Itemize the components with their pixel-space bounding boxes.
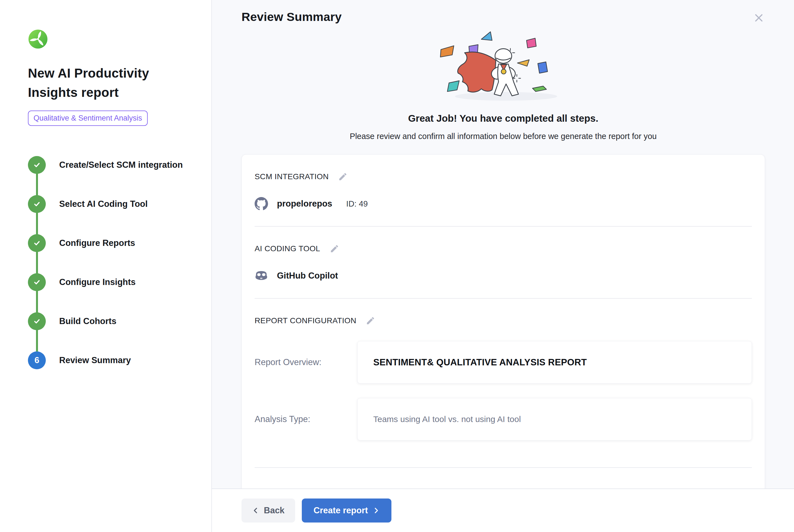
step-select-ai-coding-tool[interactable]: Select AI Coding Tool <box>28 195 194 213</box>
ai-tool-name: GitHub Copilot <box>277 271 338 281</box>
step-complete-check-icon <box>28 273 46 291</box>
back-button[interactable]: Back <box>242 498 295 522</box>
analysis-type-value: Teams using AI tool vs. not using AI too… <box>373 415 521 424</box>
create-report-button[interactable]: Create report <box>302 498 392 522</box>
celebration-illustration <box>428 28 579 107</box>
step-review-summary[interactable]: 6 Review Summary <box>28 352 194 369</box>
step-build-cohorts[interactable]: Build Cohorts <box>28 312 194 330</box>
ai-tool-section-label: AI CODING TOOL <box>254 244 320 253</box>
chevron-left-icon <box>252 507 259 514</box>
close-icon[interactable] <box>751 10 767 26</box>
report-config-section-label: REPORT CONFIGURATION <box>254 316 356 325</box>
github-icon <box>254 197 268 210</box>
step-configure-insights[interactable]: Configure Insights <box>28 273 194 291</box>
report-type-badge: Qualitative & Sentiment Analysis <box>28 111 148 126</box>
congrats-title: Great Job! You have completed all steps. <box>242 113 765 124</box>
wizard-footer: Back Create report <box>212 489 794 532</box>
scm-integration-name: propelorepos <box>277 199 332 209</box>
step-create-select-scm-integration[interactable]: Create/Select SCM integration <box>28 156 194 174</box>
edit-ai-tool-icon[interactable] <box>328 243 340 254</box>
page-title: Review Summary <box>242 10 342 24</box>
review-summary-content: Review Summary <box>212 0 794 489</box>
summary-card: SCM INTEGRATION propelorepos ID: 49 AI C… <box>242 154 765 489</box>
step-complete-check-icon <box>28 234 46 252</box>
report-wizard-title: New AI Productivity Insights report <box>28 64 184 102</box>
step-configure-reports[interactable]: Configure Reports <box>28 234 194 252</box>
chevron-right-icon <box>373 507 380 514</box>
edit-report-config-icon[interactable] <box>365 315 376 327</box>
propeller-logo-icon <box>28 29 48 49</box>
report-overview-label: Report Overview: <box>254 357 357 367</box>
report-overview-value: SENTIMENT& QUALITATIVE ANALYSIS REPORT <box>373 357 587 367</box>
step-complete-check-icon <box>28 156 46 174</box>
edit-scm-icon[interactable] <box>337 171 349 183</box>
wizard-steps: Create/Select SCM integration Select AI … <box>28 156 194 369</box>
congrats-subtitle: Please review and confirm all informatio… <box>242 132 765 141</box>
divider <box>254 467 752 468</box>
report-overview-value-box: SENTIMENT& QUALITATIVE ANALYSIS REPORT <box>357 341 752 383</box>
step-complete-check-icon <box>28 195 46 213</box>
divider <box>254 226 752 227</box>
divider <box>254 298 752 299</box>
scm-integration-id: ID: 49 <box>346 199 368 209</box>
analysis-type-label: Analysis Type: <box>254 414 357 424</box>
analysis-type-value-box: Teams using AI tool vs. not using AI too… <box>357 398 752 440</box>
scm-section-label: SCM INTEGRATION <box>254 172 328 181</box>
step-number-badge: 6 <box>28 352 46 369</box>
copilot-icon <box>254 269 268 283</box>
review-summary-panel: Review Summary <box>212 0 794 532</box>
step-complete-check-icon <box>28 312 46 330</box>
wizard-sidebar: New AI Productivity Insights report Qual… <box>0 0 212 532</box>
